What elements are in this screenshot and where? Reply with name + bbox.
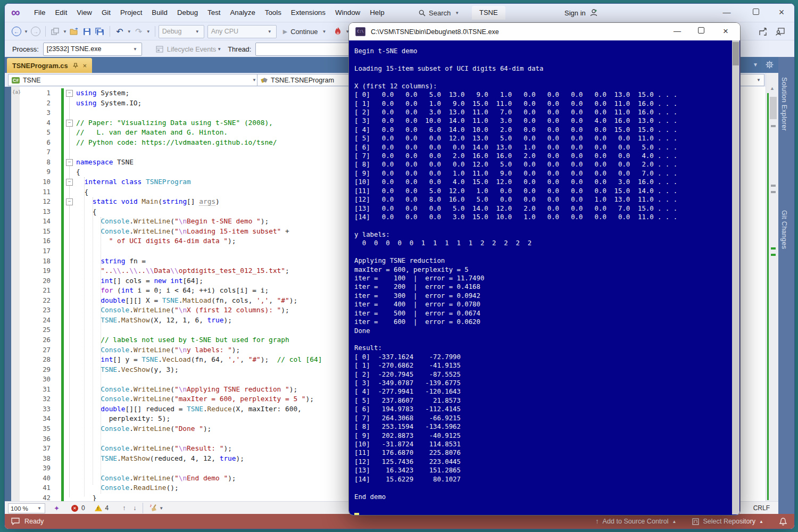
line-number: 1 xyxy=(20,88,51,98)
line-number: 37 xyxy=(20,444,51,454)
search-control[interactable]: Search ▼ xyxy=(419,7,460,19)
pin-icon[interactable] xyxy=(73,63,78,69)
chevron-down-icon[interactable]: ▼ xyxy=(63,29,67,34)
line-number: 32 xyxy=(20,394,51,404)
menu-view[interactable]: View xyxy=(72,4,97,22)
tab-tsneprogram[interactable]: TSNEProgram.cs × xyxy=(7,58,92,73)
warning-icon[interactable]: ! xyxy=(95,505,102,511)
solution-configuration-dropdown[interactable]: Debug▼ xyxy=(159,25,204,38)
menu-file[interactable]: File xyxy=(29,4,50,22)
undo-button[interactable]: ↶ xyxy=(113,25,126,38)
console-title: C:\VSM\TSNE\bin\Debug\net8.0\TSNE.exe xyxy=(371,28,499,36)
close-tab-icon[interactable]: × xyxy=(83,62,87,70)
error-icon[interactable]: ✕ xyxy=(71,505,78,512)
console-maximize-button[interactable] xyxy=(689,23,713,40)
continue-button[interactable]: ▶ Continue ▼ xyxy=(283,28,328,36)
status-bar: Ready ↑ Add to Source Control ▲ Select R… xyxy=(5,514,794,529)
navigate-back-button[interactable]: ← xyxy=(10,25,23,38)
zoom-level-dropdown[interactable]: 100 %▼ xyxy=(8,503,45,513)
menu-analyze[interactable]: Analyze xyxy=(226,4,260,22)
intellicode-icon[interactable]: ✦ xyxy=(54,504,60,512)
maximize-button[interactable] xyxy=(744,4,768,22)
class-icon xyxy=(261,77,268,84)
collapse-region-box[interactable]: − xyxy=(66,198,73,205)
line-number: 10 xyxy=(20,177,51,187)
error-count[interactable]: 0 xyxy=(81,504,85,512)
console-minimize-button[interactable]: — xyxy=(666,23,689,40)
menu-git[interactable]: Git xyxy=(97,4,115,22)
menu-window[interactable]: Window xyxy=(330,4,365,22)
collapse-region-box[interactable]: − xyxy=(66,179,73,186)
hot-reload-icon[interactable] xyxy=(331,25,344,38)
line-number: 41 xyxy=(20,483,51,493)
sign-in-button[interactable]: Sign in xyxy=(564,4,598,22)
menu-extensions[interactable]: Extensions xyxy=(286,4,330,22)
console-title-bar[interactable]: C:\ C:\VSM\TSNE\bin\Debug\net8.0\TSNE.ex… xyxy=(349,23,740,40)
select-repository-button[interactable]: Select Repository ▲ xyxy=(692,518,763,525)
line-number: 12 xyxy=(20,197,51,207)
scrollbar-thumb[interactable] xyxy=(770,97,777,119)
share-feedback-icon[interactable] xyxy=(759,28,768,36)
redo-button[interactable]: ↷ xyxy=(132,25,145,38)
scrollbar-mark xyxy=(771,254,776,256)
console-app-icon: C:\ xyxy=(355,27,365,36)
process-dropdown[interactable]: [23532] TSNE.exe▼ xyxy=(43,43,142,56)
menu-project[interactable]: Project xyxy=(115,4,147,22)
prev-issue-arrow-icon[interactable]: ↑ xyxy=(122,504,126,512)
line-number: 42 xyxy=(20,493,51,501)
console-scrollbar-thumb[interactable] xyxy=(733,42,739,65)
sidebar-tab-solution-explorer[interactable]: Solution Explorer xyxy=(780,77,788,131)
save-button[interactable] xyxy=(81,25,94,38)
chevron-down-icon[interactable]: ▼ xyxy=(24,29,28,34)
lifecycle-events-icon xyxy=(156,46,163,53)
line-number: 2 xyxy=(20,98,51,109)
menu-debug[interactable]: Debug xyxy=(172,4,203,22)
document-options-gear-icon[interactable] xyxy=(766,61,774,69)
minimize-button[interactable]: — xyxy=(715,4,738,22)
new-window-button[interactable] xyxy=(49,25,62,38)
line-ending-indicator[interactable]: CRLF xyxy=(753,504,770,512)
status-ready: Ready xyxy=(24,518,44,525)
console-output-area[interactable]: Begin t-SNE demo Loading 15-item subset … xyxy=(349,40,740,515)
line-number: 22 xyxy=(20,296,51,306)
feedback-bubble-icon[interactable] xyxy=(11,518,20,525)
add-to-source-control-button[interactable]: ↑ Add to Source Control ▲ xyxy=(595,518,676,525)
code-cleanup-broom-icon[interactable] xyxy=(149,504,158,512)
chevron-down-icon[interactable]: ▼ xyxy=(146,29,151,34)
menu-test[interactable]: Test xyxy=(203,4,225,22)
sidebar-tab-git-changes[interactable]: Git Changes xyxy=(780,210,788,249)
line-number: 28 xyxy=(20,355,51,365)
search-label: Search xyxy=(429,9,451,17)
editor-vertical-scrollbar[interactable]: ▲ xyxy=(766,73,779,502)
notifications-bell-icon[interactable] xyxy=(779,518,787,526)
menu-build[interactable]: Build xyxy=(147,4,172,22)
save-all-button[interactable] xyxy=(94,25,106,38)
collapse-region-box[interactable]: − xyxy=(66,120,73,127)
console-window[interactable]: C:\ C:\VSM\TSNE\bin\Debug\net8.0\TSNE.ex… xyxy=(349,23,740,515)
visual-studio-window: ∞ FileEditViewGitProjectBuildDebugTestAn… xyxy=(4,3,795,529)
chevron-down-icon[interactable]: ▼ xyxy=(159,506,163,511)
collapse-region-box[interactable]: − xyxy=(66,159,73,166)
console-scrollbar[interactable] xyxy=(732,40,739,514)
lifecycle-events-dropdown[interactable]: Lifecycle Events xyxy=(167,45,216,53)
collapse-region-box[interactable]: − xyxy=(66,90,73,97)
chevron-down-icon[interactable]: ▼ xyxy=(127,29,131,34)
next-issue-arrow-icon[interactable]: ↓ xyxy=(133,504,136,512)
scroll-up-arrow-icon[interactable]: ▲ xyxy=(770,86,775,91)
project-dropdown[interactable]: C# TSNE ▼ xyxy=(8,74,260,86)
live-share-icon[interactable] xyxy=(776,28,785,36)
menu-tools[interactable]: Tools xyxy=(260,4,286,22)
console-close-button[interactable]: × xyxy=(714,23,737,40)
navigate-forward-button[interactable]: → xyxy=(29,25,42,38)
open-file-button[interactable] xyxy=(68,25,81,38)
close-button[interactable]: × xyxy=(770,4,793,22)
tab-list-chevron-icon[interactable]: ▼ xyxy=(753,62,758,68)
chevron-down-icon: ▼ xyxy=(757,78,761,82)
line-number: 14 xyxy=(20,217,51,227)
menu-help[interactable]: Help xyxy=(365,4,389,22)
solution-platform-dropdown[interactable]: Any CPU▼ xyxy=(207,25,277,38)
warning-count[interactable]: 4 xyxy=(105,504,109,512)
line-number: 4 xyxy=(20,118,51,128)
chevron-down-icon[interactable]: ▼ xyxy=(217,47,221,52)
menu-edit[interactable]: Edit xyxy=(50,4,72,22)
